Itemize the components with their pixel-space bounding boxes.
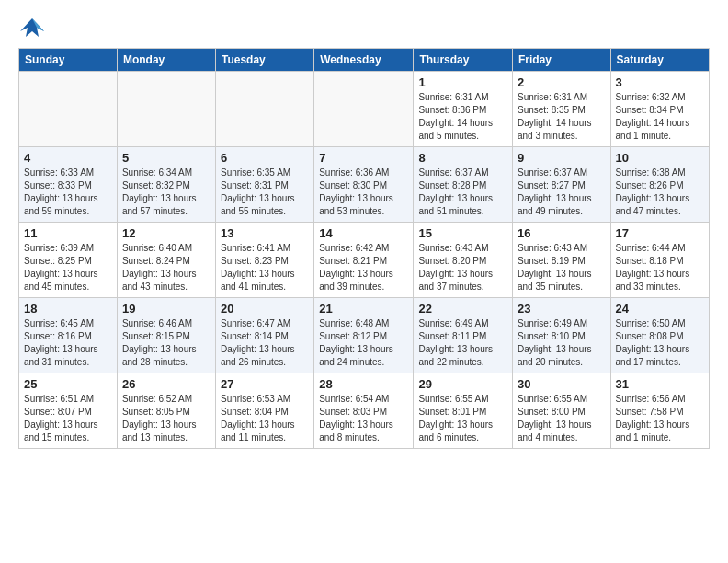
- day-number: 30: [518, 377, 606, 391]
- calendar-cell: 15Sunrise: 6:43 AM Sunset: 8:20 PM Dayli…: [414, 223, 513, 298]
- day-info: Sunrise: 6:55 AM Sunset: 8:00 PM Dayligh…: [518, 393, 606, 444]
- day-info: Sunrise: 6:41 AM Sunset: 8:23 PM Dayligh…: [221, 242, 309, 293]
- calendar-cell: 11Sunrise: 6:39 AM Sunset: 8:25 PM Dayli…: [19, 223, 118, 298]
- calendar-cell-empty: [215, 72, 313, 147]
- day-info: Sunrise: 6:40 AM Sunset: 8:24 PM Dayligh…: [122, 242, 210, 293]
- day-number: 27: [221, 377, 309, 391]
- calendar-cell: 31Sunrise: 6:56 AM Sunset: 7:58 PM Dayli…: [610, 373, 709, 449]
- day-number: 10: [616, 151, 704, 165]
- day-number: 20: [221, 302, 309, 316]
- calendar-cell: 5Sunrise: 6:34 AM Sunset: 8:32 PM Daylig…: [117, 147, 215, 223]
- day-info: Sunrise: 6:32 AM Sunset: 8:34 PM Dayligh…: [616, 91, 704, 143]
- day-info: Sunrise: 6:49 AM Sunset: 8:10 PM Dayligh…: [518, 317, 606, 369]
- day-info: Sunrise: 6:39 AM Sunset: 8:25 PM Dayligh…: [24, 242, 112, 293]
- day-number: 7: [319, 151, 408, 165]
- calendar-header-row: SundayMondayTuesdayWednesdayThursdayFrid…: [19, 49, 710, 72]
- calendar-cell: 30Sunrise: 6:55 AM Sunset: 8:00 PM Dayli…: [512, 373, 610, 449]
- calendar-cell: 8Sunrise: 6:37 AM Sunset: 8:28 PM Daylig…: [414, 147, 513, 223]
- day-info: Sunrise: 6:37 AM Sunset: 8:28 PM Dayligh…: [418, 167, 507, 218]
- day-info: Sunrise: 6:47 AM Sunset: 8:14 PM Dayligh…: [221, 317, 309, 369]
- calendar-cell: 4Sunrise: 6:33 AM Sunset: 8:33 PM Daylig…: [19, 147, 118, 223]
- day-info: Sunrise: 6:44 AM Sunset: 8:18 PM Dayligh…: [616, 242, 704, 293]
- day-of-week-header: Tuesday: [215, 49, 313, 72]
- calendar-week-row: 4Sunrise: 6:33 AM Sunset: 8:33 PM Daylig…: [19, 147, 710, 223]
- day-of-week-header: Monday: [117, 49, 215, 72]
- calendar-cell: 7Sunrise: 6:36 AM Sunset: 8:30 PM Daylig…: [314, 147, 414, 223]
- day-info: Sunrise: 6:38 AM Sunset: 8:26 PM Dayligh…: [616, 167, 704, 218]
- day-number: 9: [518, 151, 606, 165]
- day-number: 12: [122, 226, 210, 240]
- day-number: 15: [418, 226, 507, 240]
- day-number: 25: [24, 377, 112, 391]
- calendar-cell: 23Sunrise: 6:49 AM Sunset: 8:10 PM Dayli…: [512, 298, 610, 373]
- calendar-cell: 18Sunrise: 6:45 AM Sunset: 8:16 PM Dayli…: [19, 298, 118, 373]
- day-info: Sunrise: 6:46 AM Sunset: 8:15 PM Dayligh…: [122, 317, 210, 369]
- calendar-cell: 28Sunrise: 6:54 AM Sunset: 8:03 PM Dayli…: [314, 373, 414, 449]
- calendar-table: SundayMondayTuesdayWednesdayThursdayFrid…: [18, 48, 710, 449]
- day-number: 22: [418, 302, 507, 316]
- day-number: 18: [24, 302, 112, 316]
- calendar-week-row: 11Sunrise: 6:39 AM Sunset: 8:25 PM Dayli…: [19, 223, 710, 298]
- calendar-cell: 16Sunrise: 6:43 AM Sunset: 8:19 PM Dayli…: [512, 223, 610, 298]
- day-number: 2: [518, 75, 606, 89]
- calendar-cell: 12Sunrise: 6:40 AM Sunset: 8:24 PM Dayli…: [117, 223, 215, 298]
- day-number: 11: [24, 226, 112, 240]
- calendar-cell: 29Sunrise: 6:55 AM Sunset: 8:01 PM Dayli…: [414, 373, 513, 449]
- day-info: Sunrise: 6:50 AM Sunset: 8:08 PM Dayligh…: [616, 317, 704, 369]
- day-info: Sunrise: 6:45 AM Sunset: 8:16 PM Dayligh…: [24, 317, 112, 369]
- calendar-cell: 20Sunrise: 6:47 AM Sunset: 8:14 PM Dayli…: [215, 298, 313, 373]
- calendar-cell: 27Sunrise: 6:53 AM Sunset: 8:04 PM Dayli…: [215, 373, 313, 449]
- day-number: 16: [518, 226, 606, 240]
- day-number: 8: [418, 151, 507, 165]
- day-number: 5: [122, 151, 210, 165]
- day-number: 6: [221, 151, 309, 165]
- day-info: Sunrise: 6:56 AM Sunset: 7:58 PM Dayligh…: [616, 393, 704, 444]
- logo: [18, 15, 50, 40]
- day-number: 31: [616, 377, 704, 391]
- day-info: Sunrise: 6:52 AM Sunset: 8:05 PM Dayligh…: [122, 393, 210, 444]
- day-info: Sunrise: 6:35 AM Sunset: 8:31 PM Dayligh…: [221, 167, 309, 218]
- calendar-week-row: 25Sunrise: 6:51 AM Sunset: 8:07 PM Dayli…: [19, 373, 710, 449]
- day-info: Sunrise: 6:33 AM Sunset: 8:33 PM Dayligh…: [24, 167, 112, 218]
- calendar-cell: 22Sunrise: 6:49 AM Sunset: 8:11 PM Dayli…: [414, 298, 513, 373]
- calendar-week-row: 1Sunrise: 6:31 AM Sunset: 8:36 PM Daylig…: [19, 72, 710, 147]
- day-info: Sunrise: 6:55 AM Sunset: 8:01 PM Dayligh…: [418, 393, 507, 444]
- day-number: 4: [24, 151, 112, 165]
- calendar-cell: 21Sunrise: 6:48 AM Sunset: 8:12 PM Dayli…: [314, 298, 414, 373]
- day-info: Sunrise: 6:51 AM Sunset: 8:07 PM Dayligh…: [24, 393, 112, 444]
- calendar-cell-empty: [19, 72, 118, 147]
- calendar-cell: 3Sunrise: 6:32 AM Sunset: 8:34 PM Daylig…: [610, 72, 709, 147]
- day-info: Sunrise: 6:54 AM Sunset: 8:03 PM Dayligh…: [319, 393, 408, 444]
- day-info: Sunrise: 6:53 AM Sunset: 8:04 PM Dayligh…: [221, 393, 309, 444]
- day-info: Sunrise: 6:43 AM Sunset: 8:20 PM Dayligh…: [418, 242, 507, 293]
- calendar-cell: 9Sunrise: 6:37 AM Sunset: 8:27 PM Daylig…: [512, 147, 610, 223]
- day-number: 19: [122, 302, 210, 316]
- day-info: Sunrise: 6:37 AM Sunset: 8:27 PM Dayligh…: [518, 167, 606, 218]
- day-number: 13: [221, 226, 309, 240]
- calendar-cell-empty: [314, 72, 414, 147]
- calendar-cell: 24Sunrise: 6:50 AM Sunset: 8:08 PM Dayli…: [610, 298, 709, 373]
- logo-bird-icon: [18, 15, 46, 40]
- day-of-week-header: Wednesday: [314, 49, 414, 72]
- day-number: 28: [319, 377, 408, 391]
- calendar-cell: 10Sunrise: 6:38 AM Sunset: 8:26 PM Dayli…: [610, 147, 709, 223]
- calendar-cell: 19Sunrise: 6:46 AM Sunset: 8:15 PM Dayli…: [117, 298, 215, 373]
- day-info: Sunrise: 6:49 AM Sunset: 8:11 PM Dayligh…: [418, 317, 507, 369]
- day-of-week-header: Friday: [512, 49, 610, 72]
- day-number: 1: [418, 75, 507, 89]
- day-info: Sunrise: 6:36 AM Sunset: 8:30 PM Dayligh…: [319, 167, 408, 218]
- calendar-week-row: 18Sunrise: 6:45 AM Sunset: 8:16 PM Dayli…: [19, 298, 710, 373]
- day-info: Sunrise: 6:48 AM Sunset: 8:12 PM Dayligh…: [319, 317, 408, 369]
- day-number: 14: [319, 226, 408, 240]
- calendar-cell: 25Sunrise: 6:51 AM Sunset: 8:07 PM Dayli…: [19, 373, 118, 449]
- calendar-cell: 6Sunrise: 6:35 AM Sunset: 8:31 PM Daylig…: [215, 147, 313, 223]
- calendar-cell: 13Sunrise: 6:41 AM Sunset: 8:23 PM Dayli…: [215, 223, 313, 298]
- day-info: Sunrise: 6:43 AM Sunset: 8:19 PM Dayligh…: [518, 242, 606, 293]
- calendar-cell: 17Sunrise: 6:44 AM Sunset: 8:18 PM Dayli…: [610, 223, 709, 298]
- day-number: 3: [616, 75, 704, 89]
- day-number: 29: [418, 377, 507, 391]
- day-number: 26: [122, 377, 210, 391]
- calendar-cell: 26Sunrise: 6:52 AM Sunset: 8:05 PM Dayli…: [117, 373, 215, 449]
- page-header: [18, 15, 710, 40]
- day-of-week-header: Saturday: [610, 49, 709, 72]
